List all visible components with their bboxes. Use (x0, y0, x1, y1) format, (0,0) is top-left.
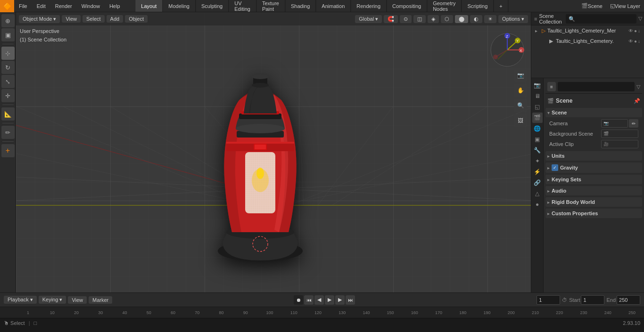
scale-tool-btn[interactable]: ⤡ (1, 75, 15, 88)
background-scene-field[interactable]: 🎬 (601, 130, 638, 138)
menu-render[interactable]: Render (50, 0, 77, 12)
select-tool-btn[interactable]: ▣ (1, 28, 15, 41)
visibility-icon-0[interactable]: 👁 (628, 28, 633, 33)
data-props-icon[interactable]: △ (532, 188, 543, 199)
props-filter-btn[interactable]: ▽ (636, 84, 640, 90)
particles-props-icon[interactable]: ✦ (532, 156, 543, 166)
snap-btn[interactable]: 🧲 (384, 15, 398, 23)
annotate-tool-btn[interactable]: ✏ (1, 126, 15, 139)
measure-tool-btn[interactable]: 📐 (1, 107, 15, 121)
visibility-icon-1[interactable]: 👁 (628, 39, 633, 44)
tab-compositing[interactable]: Compositing (387, 0, 427, 12)
move-tool-btn[interactable]: ⊹ (1, 47, 15, 60)
render-icon-0[interactable]: ● (634, 28, 637, 33)
scene-section-header[interactable]: ▾ Scene (545, 108, 642, 117)
rendered-mode-btn[interactable]: ☀ (484, 15, 496, 23)
current-frame-input[interactable] (537, 295, 560, 305)
material-props-icon[interactable]: ● (532, 199, 543, 210)
tab-layout[interactable]: Layout (135, 0, 163, 12)
custom-props-header[interactable]: ▸ Custom Properties (545, 209, 642, 218)
modifier-props-icon[interactable]: 🔧 (532, 145, 543, 155)
scene-selector[interactable]: 🎬 Scene (578, 0, 606, 12)
transform-tool-btn[interactable]: ✛ (1, 89, 15, 102)
props-search-input[interactable] (558, 82, 635, 91)
constraints-props-icon[interactable]: 🔗 (532, 178, 543, 188)
outliner-item-1[interactable]: ▶ Taultic_Lights_Cemetery. 👁 ● ↓ (531, 36, 644, 46)
outliner-item-0[interactable]: ▸ ▷ Taultic_Lights_Cemetery_Mer 👁 ● ↓ (531, 25, 644, 36)
wireframe-mode-btn[interactable]: ⬡ (441, 15, 453, 23)
frame-ruler[interactable]: 1 10 20 30 40 50 60 70 80 90 100 110 120… (0, 307, 644, 318)
menu-file[interactable]: File (14, 0, 32, 12)
select-menu-btn[interactable]: Select (83, 15, 105, 23)
tab-animation[interactable]: Animation (316, 0, 351, 12)
view-layer-props-icon[interactable]: ◱ (532, 102, 543, 112)
world-props-icon[interactable]: 🌐 (532, 123, 543, 134)
toggle-view-btn[interactable]: 🖼 (514, 114, 527, 127)
add-mesh-btn[interactable]: + (1, 144, 15, 157)
navigation-gizmo[interactable]: X Y Z (488, 31, 526, 69)
tab-modeling[interactable]: Modeling (163, 0, 196, 12)
proportional-btn[interactable]: ⊙ (400, 15, 412, 23)
end-frame-input[interactable] (617, 295, 640, 305)
scene-pin-icon[interactable]: 📌 (634, 98, 640, 104)
camera-field[interactable]: 📷 (601, 119, 628, 128)
cursor-tool-btn[interactable]: ⊕ (1, 14, 15, 27)
prev-frame-btn[interactable]: ◀ (314, 295, 324, 305)
tab-uv-editing[interactable]: UV Editing (229, 0, 256, 12)
menu-help[interactable]: Help (105, 0, 125, 12)
solid-mode-btn[interactable]: ⬤ (455, 15, 468, 23)
object-props-icon[interactable]: ▣ (532, 134, 543, 145)
select-icon-1[interactable]: ↓ (638, 39, 640, 44)
keying-sets-header[interactable]: ▸ Keying Sets (545, 175, 642, 184)
pan-view-btn[interactable]: ✋ (514, 84, 527, 97)
units-section-header[interactable]: ▸ Units (545, 151, 642, 161)
outliner-filter-icon[interactable]: ▽ (638, 16, 642, 22)
object-mode-dropdown[interactable]: Object Mode ▾ (19, 15, 60, 23)
zoom-view-btn[interactable]: 🔍 (514, 99, 527, 112)
physics-props-icon[interactable]: ⚡ (532, 167, 543, 177)
overlay-btn[interactable]: ◫ (413, 15, 426, 23)
outliner-search-input[interactable] (566, 14, 636, 24)
keying-menu[interactable]: Keying ▾ (39, 296, 66, 304)
tab-add[interactable]: + (494, 0, 508, 12)
props-dropdown-btn[interactable]: ≡ (547, 82, 556, 91)
menu-window[interactable]: Window (77, 0, 105, 12)
menu-edit[interactable]: Edit (32, 0, 50, 12)
options-btn[interactable]: Options ▾ (498, 15, 528, 23)
tab-texture-paint[interactable]: Texture Paint (256, 0, 285, 12)
gravity-section-header[interactable]: ▸ ✓ Gravity (545, 162, 642, 173)
record-btn[interactable]: ⏺ (294, 295, 303, 305)
render-icon-1[interactable]: ● (634, 39, 637, 44)
jump-start-btn[interactable]: ⏮ (304, 295, 314, 305)
start-frame-input[interactable] (581, 295, 604, 305)
scene-props-icon[interactable]: 🎬 (532, 113, 543, 123)
tab-shading[interactable]: Shading (285, 0, 316, 12)
xray-btn[interactable]: ◈ (428, 15, 439, 23)
view-menu[interactable]: View (68, 296, 87, 304)
rotate-tool-btn[interactable]: ↻ (1, 61, 15, 74)
tab-rendering[interactable]: Rendering (351, 0, 387, 12)
marker-menu[interactable]: Marker (89, 296, 112, 304)
active-clip-field[interactable]: 🎥 (601, 140, 638, 148)
output-props-icon[interactable]: 🖥 (532, 91, 543, 101)
view-menu-btn[interactable]: View (62, 15, 81, 23)
gravity-checkbox[interactable]: ✓ (552, 164, 558, 171)
next-frame-btn[interactable]: ▶ (335, 295, 345, 305)
add-menu-btn[interactable]: Add (107, 15, 124, 23)
render-props-icon[interactable]: 📷 (532, 80, 543, 90)
audio-section-header[interactable]: ▸ Audio (545, 186, 642, 195)
camera-view-btn[interactable]: 📷 (514, 69, 527, 82)
tab-geometry-nodes[interactable]: Geometry Nodes (427, 0, 462, 12)
tab-scripting[interactable]: Scripting (462, 0, 494, 12)
view-layer-selector[interactable]: ◱ View Layer (606, 0, 644, 12)
jump-end-btn[interactable]: ⏭ (346, 295, 355, 305)
play-pause-btn[interactable]: ▶ (325, 295, 334, 305)
playback-menu[interactable]: Playback ▾ (4, 296, 37, 304)
global-dropdown[interactable]: Global ▾ (355, 15, 382, 23)
select-icon-0[interactable]: ↓ (638, 28, 640, 33)
viewport-3d[interactable]: Object Mode ▾ View Select Add Object Glo… (16, 12, 531, 292)
object-menu-btn[interactable]: Object (125, 15, 148, 23)
camera-edit-btn[interactable]: ✏ (629, 119, 638, 128)
lookdev-mode-btn[interactable]: ◐ (470, 15, 482, 23)
tab-sculpting[interactable]: Sculpting (196, 0, 229, 12)
